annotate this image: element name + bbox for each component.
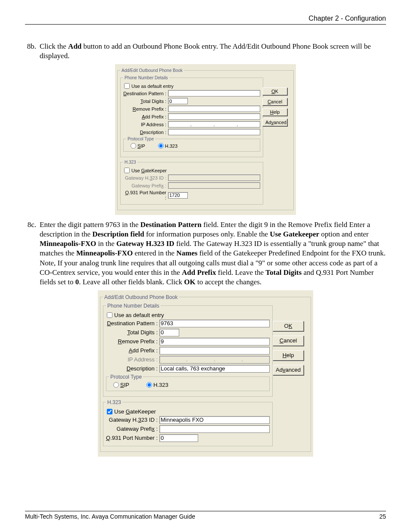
step-8c-body: Enter the digit pattern 9763 in the Dest…: [40, 220, 386, 287]
t: button to add an Outbound Phone Book ent…: [40, 42, 371, 60]
total-digits-input[interactable]: [168, 98, 188, 104]
remove-prefix-label: Remove Prefix :: [123, 106, 168, 112]
description-input[interactable]: [168, 129, 260, 135]
ip-address-label: IP Address :: [106, 356, 159, 363]
q931-port-input[interactable]: [168, 192, 188, 199]
use-gatekeeper-checkbox[interactable]: [107, 409, 112, 414]
dest-pattern-label: Destination Pattern :: [123, 91, 168, 96]
use-default-entry-checkbox[interactable]: [124, 83, 130, 89]
phone-group-legend: Phone Number Details: [106, 303, 161, 309]
ok-button[interactable]: OK: [273, 321, 304, 331]
h323-label: H.323: [165, 143, 177, 149]
dialog-title: Add/Edit Outbound Phone Book: [120, 68, 184, 73]
remove-prefix-input[interactable]: [159, 338, 270, 345]
t: Click the: [40, 42, 68, 50]
use-gatekeeper-label: Use GateKeeper: [114, 408, 156, 415]
destination-pattern-input[interactable]: [168, 90, 260, 96]
gateway-prefix-input[interactable]: [159, 425, 270, 433]
use-default-entry-label: Use as default entry: [114, 312, 164, 318]
step-8b-body: Click the Add button to add an Outbound …: [40, 42, 386, 61]
t: Add: [68, 42, 81, 50]
ip-address-input[interactable]: ...: [168, 121, 260, 128]
use-default-entry-checkbox[interactable]: [107, 312, 112, 318]
q931-label: Q.931 Port Number :: [106, 435, 159, 441]
dest-pattern-label: Destination Pattern :: [106, 320, 159, 327]
add-prefix-label: Add Prefix :: [106, 347, 159, 354]
protocol-type-legend: Protocol Type: [126, 137, 155, 141]
destination-pattern-input[interactable]: [159, 320, 270, 327]
page-footer: Multi-Tech Systems, Inc. Avaya Communica…: [25, 511, 386, 520]
add-prefix-input[interactable]: [168, 113, 260, 120]
gw-h323-id-label: Gateway H.323 ID :: [123, 175, 168, 180]
header-rule: [25, 24, 386, 25]
add-prefix-input[interactable]: [159, 347, 270, 355]
ok-button[interactable]: OK: [262, 87, 287, 95]
use-gatekeeper-checkbox[interactable]: [124, 168, 130, 173]
h323-radio[interactable]: [158, 143, 164, 149]
ip-address-input: ...: [159, 356, 270, 364]
dialog-add-edit-outbound-1: Add/Edit Outbound Phone Book OK Cancel H…: [115, 64, 296, 215]
help-button[interactable]: Help: [273, 350, 304, 361]
gw-prefix-label: Gateway Prefix :: [106, 426, 159, 432]
footer-left: Multi-Tech Systems, Inc. Avaya Communica…: [25, 513, 195, 520]
h323-label: H.323: [153, 382, 168, 388]
h323-group-legend: H.323: [106, 399, 122, 405]
ip-address-label: IP Address :: [123, 122, 168, 127]
cancel-button[interactable]: Cancel: [262, 98, 287, 106]
total-digits-label: Total Digits :: [123, 99, 168, 104]
add-prefix-label: Add Prefix :: [123, 114, 168, 119]
step-8b-number: 8b.: [25, 42, 40, 61]
use-default-entry-label: Use as default entry: [131, 84, 174, 89]
step-8b: 8b. Click the Add button to add an Outbo…: [25, 42, 386, 61]
q931-label: Q.931 Port Number :: [123, 190, 168, 200]
description-label: Description :: [106, 365, 159, 372]
chapter-header: Chapter 2 - Configuration: [25, 15, 386, 22]
use-gatekeeper-label: Use GateKeeper: [131, 168, 167, 173]
protocol-type-legend: Protocol Type: [109, 374, 143, 380]
sip-radio[interactable]: [113, 382, 119, 388]
advanced-button[interactable]: Advanced: [273, 365, 304, 375]
phone-group-legend: Phone Number Details: [123, 75, 169, 80]
total-digits-input[interactable]: [159, 329, 179, 336]
remove-prefix-label: Remove Prefix :: [106, 338, 159, 345]
sip-label: SIP: [120, 382, 129, 388]
h323-radio[interactable]: [146, 382, 152, 388]
dialog-add-edit-outbound-2: Add/Edit Outbound Phone Book OK Cancel H…: [98, 290, 313, 457]
cancel-button[interactable]: Cancel: [273, 336, 304, 346]
gw-prefix-label: Gateway Prefix :: [123, 183, 168, 188]
help-button[interactable]: Help: [262, 108, 287, 116]
h323-group-legend: H.323: [123, 160, 137, 165]
step-8c: 8c. Enter the digit pattern 9763 in the …: [25, 220, 386, 287]
description-label: Description :: [123, 130, 168, 135]
total-digits-label: Total Digits :: [106, 329, 159, 336]
footer-page-number: 25: [379, 513, 386, 520]
gateway-h323-id-input: [168, 174, 260, 181]
gateway-h323-id-input[interactable]: [159, 416, 270, 424]
advanced-button[interactable]: Advanced: [262, 118, 287, 126]
q931-port-input[interactable]: [159, 434, 198, 442]
gateway-prefix-input: [168, 182, 260, 189]
step-8c-number: 8c.: [25, 220, 40, 287]
dialog-title: Add/Edit Outbound Phone Book: [103, 294, 179, 300]
description-input[interactable]: [159, 365, 270, 373]
gw-h323-id-label: Gateway H.323 ID :: [106, 417, 159, 423]
remove-prefix-input[interactable]: [168, 106, 260, 112]
sip-radio[interactable]: [131, 143, 136, 149]
sip-label: SIP: [137, 143, 145, 149]
